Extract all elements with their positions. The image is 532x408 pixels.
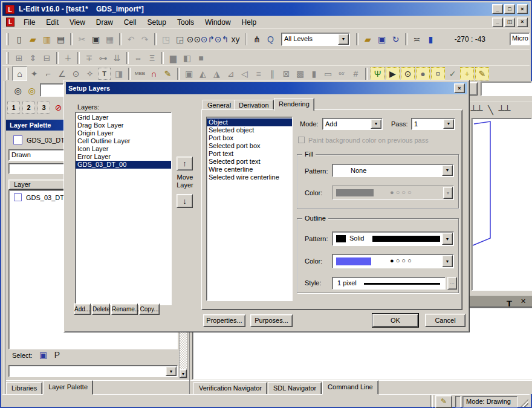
- outline-style-field[interactable]: 1 pixel: [332, 277, 446, 290]
- resize-grip[interactable]: [521, 399, 528, 407]
- render-list-item[interactable]: Selected port text: [207, 158, 292, 166]
- flip-horizontal-icon[interactable]: ⊿: [224, 67, 238, 80]
- menu-item-draw[interactable]: Draw: [91, 17, 118, 28]
- layer-list-item[interactable]: Cell Outline Layer: [76, 137, 171, 145]
- space-vertical-icon[interactable]: Ξ: [145, 51, 159, 65]
- undo-icon[interactable]: ↶: [124, 33, 138, 46]
- move-layer-down-button[interactable]: ↓: [177, 194, 193, 208]
- layer-list-item[interactable]: GDS_03_DT_00: [76, 161, 171, 169]
- pass-combo[interactable]: 1 ▼: [411, 118, 455, 130]
- render-list-item[interactable]: Port text: [207, 150, 292, 158]
- instance-icon[interactable]: ▮: [307, 67, 321, 80]
- drc-icon[interactable]: Ψ: [371, 67, 384, 80]
- rotate-cw-icon[interactable]: ◮: [210, 67, 224, 80]
- origin-marker-icon[interactable]: ◎: [11, 84, 25, 97]
- flip-vertical-icon[interactable]: ◁: [238, 67, 251, 80]
- tab-verification-navigator[interactable]: Verification Navigator: [193, 382, 267, 395]
- hierarchy-icon[interactable]: ⋔: [250, 33, 264, 46]
- redo-icon[interactable]: ↷: [138, 33, 152, 46]
- chevron-down-icon[interactable]: ▼: [443, 119, 454, 129]
- mdi-restore-button[interactable]: ◫: [504, 18, 515, 27]
- mdi-document-icon[interactable]: L: [6, 18, 15, 27]
- align-center-vertical-icon[interactable]: ⇕: [26, 51, 40, 65]
- align-edges-icon[interactable]: ⊞: [12, 51, 26, 65]
- add-layer-button[interactable]: Add...: [74, 303, 91, 315]
- select-tool-icon[interactable]: ⌂: [12, 66, 27, 81]
- copy-layer-button[interactable]: Copy...: [139, 303, 160, 315]
- select-port-icon[interactable]: P: [50, 348, 64, 361]
- layer-list-item[interactable]: Error Layer: [76, 153, 171, 161]
- menu-item-help[interactable]: Help: [236, 17, 262, 28]
- title-bar[interactable]: L L-Edit v16.0 - [test1* GDS_import*] _ …: [2, 2, 530, 16]
- toolbar-grip[interactable]: [6, 33, 9, 45]
- tab-command-line[interactable]: Command Line: [322, 380, 378, 395]
- ruler-any-angle-icon[interactable]: ┴┴: [498, 103, 511, 117]
- distribute-horizontal-icon[interactable]: ∓: [82, 51, 96, 65]
- find-previous-icon[interactable]: ⊙↰: [215, 33, 229, 46]
- copy-icon[interactable]: ▣: [89, 33, 103, 46]
- duplicate-icon[interactable]: ▩: [293, 67, 307, 80]
- render-list-item[interactable]: Selected wire centerline: [207, 173, 292, 181]
- group-icon[interactable]: ▆: [166, 51, 180, 65]
- style-more-button[interactable]: ...: [447, 277, 457, 290]
- levels-combo[interactable]: All Levels ▼: [281, 33, 350, 46]
- menu-item-cell[interactable]: Cell: [118, 17, 142, 28]
- distribute-objects-icon[interactable]: ∥: [265, 67, 279, 80]
- pin-panel-icon[interactable]: ┰: [502, 294, 516, 308]
- menu-item-tools[interactable]: Tools: [172, 17, 199, 28]
- print-icon[interactable]: ▤: [54, 33, 68, 46]
- rename-layer-button[interactable]: Rename...: [111, 303, 138, 315]
- layer-list-item[interactable]: Grid Layer: [76, 114, 171, 121]
- chevron-down-icon[interactable]: ▼: [166, 366, 177, 376]
- ruler-diagonal-icon[interactable]: ╲: [484, 103, 498, 117]
- layout-canvas[interactable]: [472, 118, 532, 291]
- move-layer-up-button[interactable]: ↑: [177, 157, 193, 170]
- cross-probe-icon[interactable]: +: [460, 67, 474, 80]
- verify-check-icon[interactable]: ✓: [446, 67, 459, 80]
- menu-item-edit[interactable]: Edit: [41, 17, 64, 28]
- selection-box-icon[interactable]: ▭: [321, 67, 335, 80]
- rotate-ccw-icon[interactable]: ◭: [196, 67, 210, 80]
- delete-box-icon[interactable]: ⊠: [279, 67, 293, 80]
- chevron-down-icon[interactable]: ▼: [442, 255, 453, 267]
- wire-45-tool-icon[interactable]: ∠: [55, 67, 69, 80]
- center-object-icon[interactable]: ∔: [61, 51, 75, 65]
- outline-pattern-combo[interactable]: Solid ▼: [332, 232, 454, 246]
- render-list-item[interactable]: Port box: [207, 134, 292, 142]
- toolbar-grip[interactable]: [6, 52, 9, 64]
- new-document-icon[interactable]: ▯: [12, 33, 26, 46]
- scroll-down-icon[interactable]: ▼: [180, 369, 187, 378]
- properties-button[interactable]: Properties...: [203, 314, 245, 327]
- find-object-icon[interactable]: ⊙: [401, 67, 415, 80]
- units-field[interactable]: Micro: [510, 33, 530, 45]
- chevron-down-icon[interactable]: ▼: [442, 165, 453, 176]
- menu-item-setup[interactable]: Setup: [142, 17, 172, 28]
- zoom-lens-icon[interactable]: Q: [264, 33, 277, 46]
- cancel-button[interactable]: Cancel: [425, 314, 465, 327]
- select-combo[interactable]: ▼: [8, 365, 178, 377]
- align-right-icon[interactable]: ⊟: [40, 51, 54, 65]
- help-book-icon[interactable]: ▮: [424, 33, 438, 46]
- find-icon[interactable]: ⊙⊙: [187, 33, 201, 46]
- edit-field[interactable]: [481, 82, 532, 96]
- port-tool-icon[interactable]: ◨: [112, 67, 126, 80]
- tool-options-icon[interactable]: ✎: [161, 67, 175, 80]
- menu-item-view[interactable]: View: [64, 17, 91, 28]
- menu-item-window[interactable]: Window: [199, 17, 236, 28]
- tab-libraries[interactable]: Libraries: [6, 382, 42, 395]
- render-list-item[interactable]: Selected port box: [207, 142, 292, 150]
- open-cells-icon[interactable]: ▥: [40, 33, 54, 46]
- open-file-icon[interactable]: ▰: [26, 33, 40, 46]
- base-point-1-icon[interactable]: 1: [7, 102, 20, 114]
- grid-snap-icon[interactable]: #: [349, 67, 363, 80]
- render-list-item[interactable]: Wire centerline: [207, 166, 292, 173]
- refresh-icon[interactable]: ↻: [389, 33, 403, 46]
- layers-listbox[interactable]: Grid LayerDrag Box LayerOrigin LayerCell…: [75, 112, 172, 305]
- origin-search-icon[interactable]: ◎: [25, 84, 39, 97]
- trace-net-icon[interactable]: ●: [416, 67, 430, 80]
- base-point-2-icon[interactable]: 2: [22, 102, 35, 114]
- render-list-item[interactable]: Object: [207, 118, 292, 126]
- subtract-icon[interactable]: ◧: [180, 51, 194, 65]
- find-next-icon[interactable]: ⊙↱: [201, 33, 215, 46]
- layer-polygon-outline[interactable]: [473, 121, 490, 245]
